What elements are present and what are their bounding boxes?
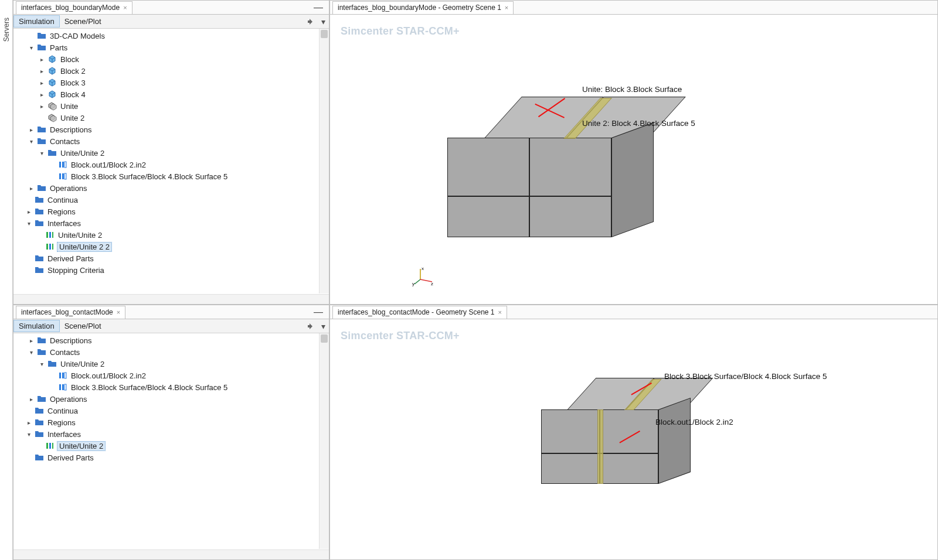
tree-contact[interactable]: ▸Descriptions ▾Contacts ▾Unite/Unite 2 B… — [13, 333, 318, 559]
node-stopping[interactable]: Stopping Criteria — [46, 266, 106, 275]
node-operations[interactable]: Operations — [49, 184, 89, 193]
minimize-icon[interactable]: — — [308, 307, 329, 317]
node-regions[interactable]: Regions — [46, 418, 77, 427]
tree-menu-icon[interactable]: ▾ — [318, 322, 329, 331]
node-3dcad[interactable]: 3D-CAD Models — [49, 32, 106, 40]
node-block[interactable]: Block — [59, 55, 80, 64]
tabbar-boundary-tree: interfaces_blog_boundaryMode × — — [13, 1, 329, 15]
annotation-1: Block 3.Block Surface/Block 4.Block Surf… — [664, 372, 827, 381]
node-descriptions[interactable]: Descriptions — [49, 125, 93, 134]
node-iface1-selected[interactable]: Unite/Unite 2 — [57, 441, 106, 451]
close-icon[interactable]: × — [117, 309, 120, 316]
folder-icon — [37, 136, 46, 146]
folder-icon — [37, 394, 46, 404]
node-iface1[interactable]: Unite/Unite 2 — [57, 231, 103, 240]
vertical-scrollbar[interactable] — [319, 333, 329, 549]
node-contacts-group[interactable]: Unite/Unite 2 — [59, 149, 106, 158]
tab-label: interfaces_blog_boundaryMode — [21, 4, 120, 12]
scene-viewport-contact[interactable]: Simcenter STAR-CCM+ Block 3.Block Surfac… — [330, 319, 937, 559]
close-icon[interactable]: × — [123, 4, 127, 11]
folder-icon — [37, 31, 46, 40]
folder-icon — [35, 406, 44, 415]
tab-label: interfaces_blog_boundaryMode - Geometry … — [338, 4, 501, 12]
watermark: Simcenter STAR-CCM+ — [341, 25, 460, 37]
folder-icon — [35, 195, 44, 204]
cube-icon — [47, 90, 57, 99]
node-interfaces[interactable]: Interfaces — [46, 219, 82, 228]
tab-boundary-tree[interactable]: interfaces_blog_boundaryMode × — [16, 1, 132, 14]
node-block2[interactable]: Block 2 — [59, 67, 87, 76]
svg-text:z: z — [431, 281, 433, 286]
svg-text:x: x — [422, 267, 424, 271]
node-unite2[interactable]: Unite 2 — [59, 114, 86, 122]
horizontal-scrollbar[interactable] — [13, 549, 329, 559]
cube-icon — [47, 54, 57, 64]
minimize-icon[interactable]: — — [308, 2, 329, 13]
node-block4[interactable]: Block 4 — [59, 90, 87, 99]
cube-icon — [47, 66, 57, 76]
tab-contact-tree[interactable]: interfaces_blog_contactMode × — [16, 306, 125, 319]
node-continua[interactable]: Continua — [46, 196, 79, 204]
servers-rail[interactable]: Servers — [0, 0, 13, 560]
scene-viewport-boundary[interactable]: Simcenter STAR-CCM+ — [330, 15, 937, 304]
close-icon[interactable]: × — [505, 4, 508, 11]
node-contact1[interactable]: Block.out1/Block 2.in2 — [70, 371, 147, 380]
svg-text:y: y — [412, 281, 414, 286]
node-regions[interactable]: Regions — [46, 207, 77, 216]
node-contact2[interactable]: Block 3.Block Surface/Block 4.Block Surf… — [70, 383, 229, 392]
folder-icon — [35, 207, 44, 216]
subtab-simulation[interactable]: Simulation — [13, 15, 60, 28]
interface-icon — [45, 242, 55, 251]
close-icon[interactable]: × — [498, 309, 501, 316]
contact-pair-icon — [58, 172, 67, 181]
tree-menu-icon[interactable]: ▾ — [318, 17, 329, 26]
servers-label: Servers — [2, 18, 11, 42]
svg-line-8 — [420, 279, 432, 282]
node-operations[interactable]: Operations — [49, 395, 89, 404]
node-unite[interactable]: Unite — [59, 102, 79, 111]
node-continua[interactable]: Continua — [46, 407, 79, 415]
node-iface2-selected[interactable]: Unite/Unite 2 2 — [57, 242, 112, 252]
tabbar-contact-tree: interfaces_blog_contactMode × — — [13, 305, 329, 319]
svg-line-6 — [414, 279, 420, 284]
tabbar-scene-contact: interfaces_blog_contactMode - Geometry S… — [330, 305, 937, 319]
node-contacts-group[interactable]: Unite/Unite 2 — [59, 360, 106, 368]
tree-boundary[interactable]: 3D-CAD Models ▾Parts ▸Block ▸Block 2 ▸Bl… — [13, 29, 318, 304]
folder-icon — [35, 453, 44, 462]
panel-tree-contact: interfaces_blog_contactMode × — Simulati… — [13, 305, 329, 560]
subtab-scene-plot[interactable]: Scene/Plot — [60, 320, 106, 332]
folder-icon — [37, 183, 46, 193]
node-contact2[interactable]: Block 3.Block Surface/Block 4.Block Surf… — [70, 172, 229, 181]
cube-icon — [47, 78, 57, 87]
node-contacts[interactable]: Contacts — [49, 137, 81, 146]
node-descriptions[interactable]: Descriptions — [49, 336, 93, 345]
vertical-scrollbar[interactable] — [319, 29, 329, 293]
node-interfaces[interactable]: Interfaces — [46, 430, 82, 439]
node-derived[interactable]: Derived Parts — [46, 453, 95, 462]
node-contacts[interactable]: Contacts — [49, 348, 81, 357]
node-derived[interactable]: Derived Parts — [46, 254, 95, 263]
node-block3[interactable]: Block 3 — [59, 78, 87, 87]
node-contact1[interactable]: Block.out1/Block 2.in2 — [70, 161, 147, 169]
folder-icon — [37, 43, 46, 52]
tree-link-icon[interactable] — [303, 16, 318, 26]
interface-icon — [45, 441, 55, 450]
contact-pair-icon — [58, 383, 67, 392]
group-icon — [47, 113, 57, 122]
horizontal-scrollbar[interactable] — [13, 294, 329, 304]
folder-icon — [35, 418, 44, 427]
tabbar-scene-boundary: interfaces_blog_boundaryMode - Geometry … — [330, 1, 937, 15]
tab-scene-boundary[interactable]: interfaces_blog_boundaryMode - Geometry … — [332, 1, 514, 14]
folder-icon — [47, 148, 57, 158]
folder-icon — [35, 218, 44, 228]
subtab-scene-plot[interactable]: Scene/Plot — [60, 16, 106, 27]
folder-icon — [37, 336, 46, 345]
node-parts[interactable]: Parts — [49, 43, 69, 52]
contact-pair-icon — [58, 371, 67, 380]
interface-icon — [45, 230, 55, 240]
folder-icon — [37, 347, 46, 357]
tab-scene-contact[interactable]: interfaces_blog_contactMode - Geometry S… — [332, 306, 507, 319]
subtab-simulation[interactable]: Simulation — [13, 320, 60, 332]
tree-link-icon[interactable] — [303, 321, 318, 331]
subbar-boundary: Simulation Scene/Plot ▾ — [13, 15, 329, 29]
